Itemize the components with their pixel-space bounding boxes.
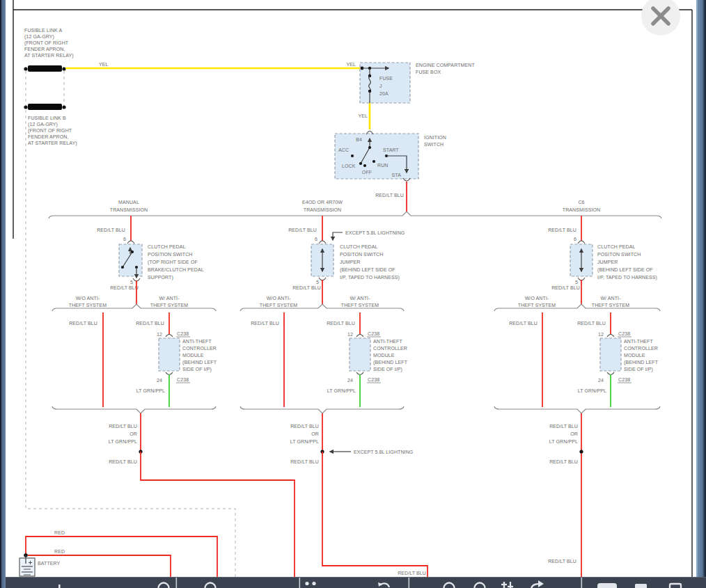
pin-6: 6 (574, 237, 576, 241)
svg-text:FUSE BOX: FUSE BOX (416, 70, 441, 74)
svg-text:RED/LT BLU: RED/LT BLU (69, 321, 97, 326)
fuse-label: FUSE (379, 76, 393, 81)
bottom-toolbar (6, 577, 706, 588)
connector-c238: C238 (177, 331, 189, 336)
panel-button-icon[interactable] (597, 583, 617, 588)
svg-text:OR: OR (130, 431, 137, 436)
svg-text:SIDE OF I/P): SIDE OF I/P) (624, 367, 653, 372)
svg-text:TRANSMISSION: TRANSMISSION (563, 207, 600, 212)
svg-text:RED/LT BLU: RED/LT BLU (551, 285, 580, 290)
svg-text:JUMPER: JUMPER (597, 260, 618, 264)
svg-text:OR: OR (311, 431, 319, 436)
fusible-link-a: FUSIBLE LINK A (12 GA-GRY) (FRONT OF RIG… (24, 28, 73, 72)
svg-text:W/ ANTI-: W/ ANTI- (350, 296, 370, 301)
svg-text:I/P, TAPED TO HARNESS): I/P, TAPED TO HARNESS) (340, 275, 400, 280)
anti-theft-controller-module: ANTI-THEFT CONTROLLER MODULE (BEHIND LEF… (600, 338, 659, 372)
branch-w-antitheft: W/ ANTI- (159, 296, 180, 301)
anti-theft-controller-module: ANTI-THEFT CONTROLLER MODULE (BEHIND LEF… (159, 338, 217, 372)
more-dots-icon[interactable] (305, 582, 315, 585)
close-icon (641, 0, 680, 35)
toolbar-divider (581, 578, 583, 588)
svg-text:(TOP RIGHT SIDE OF: (TOP RIGHT SIDE OF (148, 260, 198, 265)
svg-text:I/P, TAPED TO HARNESS): I/P, TAPED TO HARNESS) (597, 275, 657, 280)
svg-text:CONTROLLER: CONTROLLER (182, 346, 217, 351)
except-58l-note: EXCEPT 5.8L LIGHTNING (345, 230, 405, 235)
svg-text:POSITION SWITCH: POSITION SWITCH (148, 252, 193, 257)
svg-text:RED/LT BLU: RED/LT BLU (110, 285, 139, 290)
svg-text:RED/LT BLU: RED/LT BLU (136, 321, 164, 326)
svg-text:ANTI-THEFT: ANTI-THEFT (624, 339, 653, 344)
share-arrow-icon[interactable] (531, 580, 544, 588)
clutch-pedal-switch-jumper: CLUTCH PEDAL POSITON SWITCH JUMPER (BEHI… (570, 244, 657, 280)
svg-text:TRANSMISSION: TRANSMISSION (110, 207, 148, 212)
wire-label: RED/LT BLU (375, 193, 404, 198)
position-off: OFF (362, 170, 372, 175)
svg-text:THEFT SYSTEM: THEFT SYSTEM (341, 303, 379, 308)
svg-text:MODULE: MODULE (182, 353, 204, 358)
fusible-link-b-label: FUSIBLE LINK B (28, 116, 66, 120)
svg-text:J: J (379, 84, 382, 88)
pin-6: 6 (315, 237, 317, 241)
pin-5: 5 (575, 280, 578, 285)
svg-text:LT GRN/PPL: LT GRN/PPL (136, 388, 165, 393)
fusible-link-b: FUSIBLE LINK B (12 GA-GRY) (FRONT OF RIG… (24, 104, 77, 146)
wire-label-red: RED (54, 530, 65, 535)
svg-text:RED/LT BLU: RED/LT BLU (292, 285, 321, 290)
engine-fuse-box: FUSE J 20A ENGINE COMPARTMENT FUSE BOX (360, 63, 475, 103)
toolbar-divider (299, 578, 301, 588)
position-lock: LOCK (342, 164, 356, 168)
fusible-link-b-bar (28, 104, 62, 110)
svg-text:CLUTCH PEDAL: CLUTCH PEDAL (597, 244, 636, 249)
svg-text:LT GRN/PPL: LT GRN/PPL (578, 388, 606, 393)
svg-text:RED/LT BLU: RED/LT BLU (109, 424, 137, 429)
svg-text:(FRONT OF RIGHT: (FRONT OF RIGHT (24, 40, 69, 46)
zoom-out-icon[interactable] (159, 583, 169, 588)
svg-text:RED/LT BLU: RED/LT BLU (548, 228, 576, 232)
svg-text:AT STARTER RELAY): AT STARTER RELAY) (28, 141, 77, 146)
refresh-icon[interactable] (378, 582, 389, 587)
svg-text:CONTROLLER: CONTROLLER (624, 346, 658, 351)
svg-text:C238: C238 (618, 377, 630, 382)
svg-text:RED/LT BLU: RED/LT BLU (288, 228, 317, 232)
pin-5: 5 (130, 280, 133, 285)
circle-minus-icon[interactable] (444, 583, 455, 588)
pin-5: 5 (316, 280, 319, 285)
pointer-icon[interactable] (58, 585, 61, 588)
svg-text:RED/LT BLU: RED/LT BLU (549, 424, 578, 429)
wire-label-yel: YEL (99, 62, 109, 67)
zoom-in-icon[interactable] (205, 583, 216, 588)
svg-text:THEFT SYSTEM: THEFT SYSTEM (518, 303, 556, 308)
pin-24: 24 (598, 378, 604, 383)
battery-feed-wire-2 (28, 555, 171, 577)
sliders-icon[interactable] (501, 582, 513, 588)
svg-text:THEFT SYSTEM: THEFT SYSTEM (69, 303, 107, 308)
circle-plus-icon[interactable] (475, 583, 485, 588)
svg-text:RED/LT BLU: RED/LT BLU (97, 228, 125, 232)
svg-text:FENDER APRON,: FENDER APRON, (24, 47, 65, 51)
stop-button-icon[interactable] (635, 584, 647, 588)
svg-text:W/O ANTI-: W/O ANTI- (525, 296, 549, 301)
wire-label-yel: YEL (346, 62, 356, 67)
svg-text:(BEHIND LEFT SIDE OF: (BEHIND LEFT SIDE OF (597, 267, 653, 273)
position-acc: ACC (338, 148, 349, 152)
svg-text:RED/LT BLU: RED/LT BLU (327, 321, 355, 326)
scrollbar-right[interactable] (696, 0, 706, 577)
svg-text:SIDE OF I/P): SIDE OF I/P) (182, 367, 212, 372)
svg-text:(FRONT OF RIGHT: (FRONT OF RIGHT (28, 128, 72, 134)
svg-text:(BEHIND LEFT: (BEHIND LEFT (624, 360, 659, 365)
svg-text:LT GRN/PPL: LT GRN/PPL (290, 439, 319, 444)
header-c6: C6 (578, 200, 584, 205)
svg-text:(BEHIND LEFT: (BEHIND LEFT (182, 360, 217, 365)
junction-dot (579, 450, 583, 453)
column-e4od-transmission: RED/LT BLU 6 EXCEPT 5.8L LIGHTNING CLUTC… (240, 216, 427, 577)
svg-text:MODULE: MODULE (373, 353, 395, 358)
close-button[interactable] (641, 0, 680, 35)
svg-text:RED/LT BLU: RED/LT BLU (251, 321, 279, 326)
svg-text:RED/LT BLU: RED/LT BLU (509, 321, 538, 326)
svg-text:JUMPER: JUMPER (340, 260, 360, 264)
copy-page-icon[interactable] (670, 584, 681, 588)
svg-text:20A: 20A (379, 91, 389, 96)
position-start: START (383, 148, 399, 152)
battery-feed-wire-1 (26, 537, 217, 577)
svg-text:SWITCH: SWITCH (424, 142, 444, 147)
